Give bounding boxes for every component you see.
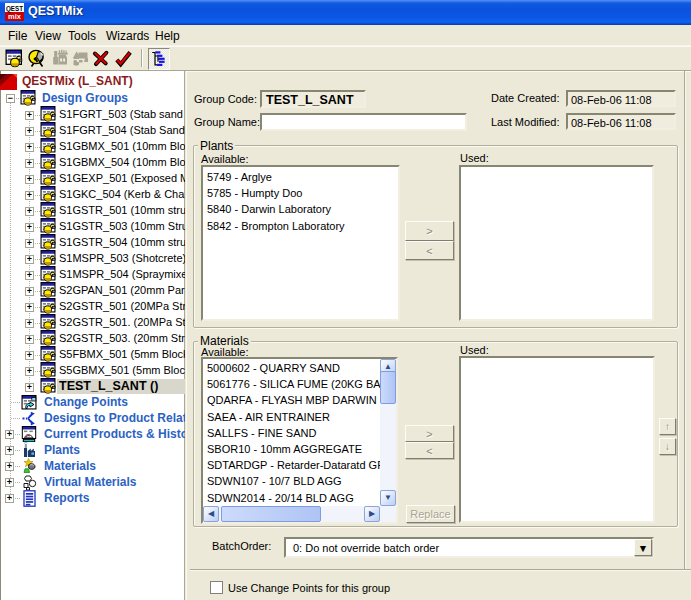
- svg-text:mix: mix: [8, 12, 22, 21]
